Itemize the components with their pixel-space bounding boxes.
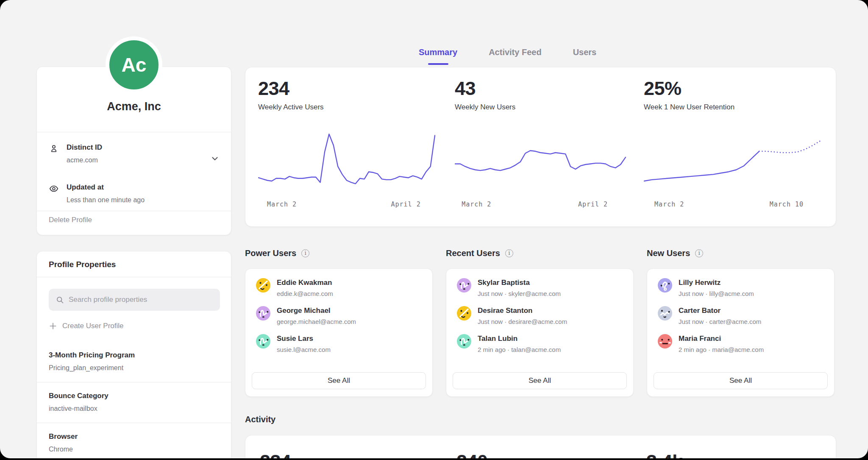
user-text: Talan Lubin2 min ago · talan@acme.com [478, 334, 561, 353]
create-user-profile-label: Create User Profile [62, 322, 124, 330]
stat-column: 43Weekly New UsersMarch 2April 2 [455, 67, 626, 226]
profile-property-value: inactive-mailbox [49, 405, 219, 413]
user-list-card: Eddie Kwakmaneddie.k@acme.comGeorge Mich… [245, 268, 433, 397]
line-chart [644, 123, 821, 194]
line-chart [258, 123, 435, 194]
x-axis-tick: April 2 [578, 201, 608, 208]
activity-stat-value: 3.4k [646, 451, 683, 458]
info-icon[interactable]: i [505, 249, 513, 257]
profile-property-row[interactable]: Bounce Categoryinactive-mailbox [37, 382, 231, 423]
user-row[interactable]: Talan Lubin2 min ago · talan@acme.com [457, 334, 623, 362]
info-icon[interactable]: i [695, 249, 703, 257]
profile-property-row[interactable]: BrowserChrome [37, 423, 231, 458]
user-name: Skylar Baptista [478, 278, 561, 287]
user-name: Desirae Stanton [478, 306, 567, 315]
user-avatar [256, 334, 270, 348]
user-subtext: Just now · lilly@acme.com [679, 290, 754, 297]
section-title: Power Users [245, 248, 296, 258]
section-title: New Users [647, 248, 690, 258]
user-subtext: eddie.k@acme.com [277, 290, 333, 297]
x-axis-tick: March 2 [462, 201, 491, 208]
user-text: George Michaelgeorge.michael@acme.com [277, 306, 356, 325]
divider [37, 211, 231, 211]
user-sections: Power UsersiEddie Kwakmaneddie.k@acme.co… [245, 247, 836, 400]
user-name: George Michael [277, 306, 356, 315]
user-avatar [658, 278, 672, 293]
stat-column: 25%Week 1 New User RetentionMarch 2March… [644, 67, 821, 226]
profile-property-label: Browser [49, 432, 219, 441]
user-name: Maria Franci [679, 334, 764, 343]
user-row[interactable]: Desirae StantonJust now · desirare@acme.… [457, 306, 623, 334]
user-section-new-users: New UsersiLilly HerwitzJust now · lilly@… [647, 247, 835, 259]
search-icon [56, 296, 64, 304]
user-text: Eddie Kwakmaneddie.k@acme.com [277, 278, 333, 297]
user-row[interactable]: Susie Larssusie.l@acme.com [256, 334, 422, 362]
field-label: Distinct ID [67, 143, 102, 152]
user-row[interactable]: Maria Franci2 min ago · maria@acme.com [658, 334, 823, 362]
activity-stat-value: 240 [456, 451, 488, 458]
user-text: Susie Larssusie.l@acme.com [277, 334, 331, 353]
tab-activity-feed[interactable]: Activity Feed [489, 47, 541, 65]
section-header: New Usersi [647, 247, 835, 259]
section-title: Recent Users [446, 248, 500, 258]
user-avatar [457, 278, 471, 293]
tab-users[interactable]: Users [573, 47, 597, 65]
user-row[interactable]: George Michaelgeorge.michael@acme.com [256, 306, 422, 334]
user-section-recent-users: Recent UsersiSkylar BaptistaJust now · s… [446, 247, 634, 259]
user-name: Talan Lubin [478, 334, 561, 343]
user-name: Eddie Kwakman [277, 278, 333, 287]
user-row[interactable]: Skylar BaptistaJust now · skyler@acme.co… [457, 278, 623, 306]
section-header: Recent Usersi [446, 247, 634, 259]
field-label: Updated at [67, 183, 104, 192]
eye-icon [49, 184, 59, 194]
user-row[interactable]: Eddie Kwakmaneddie.k@acme.com [256, 278, 422, 306]
field-value: Less than one minute ago [67, 196, 145, 204]
profile-property-row[interactable]: 3-Month Pricing ProgramPricing_plan_expe… [37, 342, 231, 382]
user-avatar [457, 306, 471, 321]
line-chart [455, 123, 626, 194]
x-axis-tick: April 2 [391, 201, 421, 208]
user-list-card: Lilly HerwitzJust now · lilly@acme.comCa… [647, 268, 835, 397]
user-list-card: Skylar BaptistaJust now · skyler@acme.co… [446, 268, 634, 397]
stat-label: Weekly New Users [455, 103, 515, 112]
user-subtext: susie.l@acme.com [277, 346, 331, 353]
stat-label: Week 1 New User Retention [644, 103, 734, 112]
user-text: Carter BatorJust now · carter@acme.com [679, 306, 761, 325]
user-avatar [256, 306, 270, 321]
divider [37, 132, 231, 132]
user-avatar [658, 334, 672, 348]
user-row[interactable]: Carter BatorJust now · carter@acme.com [658, 306, 823, 334]
stat-label: Weekly Active Users [258, 103, 324, 112]
company-name: Acme, Inc [37, 100, 231, 113]
profile-property-value: Pricing_plan_experiment [49, 364, 219, 372]
tab-bar: SummaryActivity FeedUsers [419, 47, 596, 65]
divider [37, 277, 231, 277]
section-header: Power Usersi [245, 247, 433, 259]
user-row[interactable]: Lilly HerwitzJust now · lilly@acme.com [658, 278, 823, 306]
stat-value: 43 [455, 78, 476, 100]
see-all-button[interactable]: See All [654, 372, 828, 389]
user-text: Skylar BaptistaJust now · skyler@acme.co… [478, 278, 561, 297]
info-icon[interactable]: i [301, 249, 309, 257]
search-input[interactable] [69, 296, 213, 304]
tab-summary[interactable]: Summary [419, 47, 457, 65]
chevron-down-icon[interactable] [210, 153, 220, 164]
activity-stat-value: 234 [260, 451, 291, 458]
delete-profile-button[interactable]: Delete Profile [49, 216, 92, 224]
user-subtext: Just now · carter@acme.com [679, 318, 761, 325]
user-avatar [457, 334, 471, 348]
user-subtext: Just now · skyler@acme.com [478, 290, 561, 297]
stat-value: 25% [644, 78, 682, 100]
person-icon [49, 144, 59, 154]
user-subtext: george.michael@acme.com [277, 318, 356, 325]
plus-icon [49, 322, 57, 330]
user-section-power-users: Power UsersiEddie Kwakmaneddie.k@acme.co… [245, 247, 433, 259]
profile-properties-list: 3-Month Pricing ProgramPricing_plan_expe… [37, 342, 231, 458]
create-user-profile-button[interactable]: Create User Profile [49, 322, 124, 330]
user-avatar [256, 278, 270, 293]
x-axis-tick: March 2 [267, 201, 297, 208]
search-box [49, 289, 220, 311]
user-name: Carter Bator [679, 306, 761, 315]
see-all-button[interactable]: See All [252, 372, 426, 389]
see-all-button[interactable]: See All [453, 372, 627, 389]
